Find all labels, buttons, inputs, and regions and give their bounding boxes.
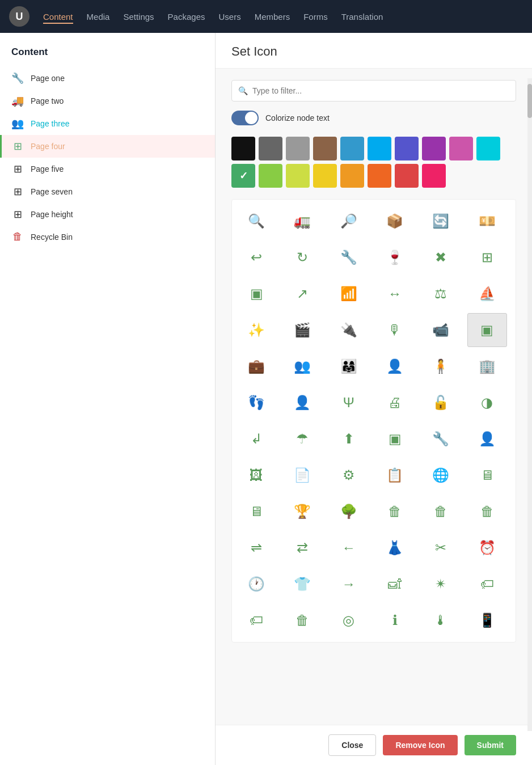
icon-cell[interactable]: ▣ bbox=[375, 422, 415, 456]
color-swatch[interactable] bbox=[449, 137, 473, 160]
icon-cell[interactable]: 👤 bbox=[282, 386, 322, 420]
icon-cell[interactable]: ↔ bbox=[375, 277, 415, 311]
color-swatch[interactable] bbox=[422, 164, 446, 188]
icon-cell[interactable]: ⇄ bbox=[282, 531, 322, 565]
nav-media[interactable]: Media bbox=[87, 10, 110, 24]
icon-cell[interactable]: ◎ bbox=[329, 603, 369, 637]
icon-cell[interactable]: 🏷 bbox=[467, 567, 507, 601]
icon-cell[interactable]: 📋 bbox=[375, 458, 415, 492]
icon-cell[interactable]: 👗 bbox=[375, 531, 415, 565]
color-swatch[interactable] bbox=[313, 137, 337, 160]
icon-cell[interactable]: ⚙ bbox=[329, 458, 369, 492]
filter-input[interactable] bbox=[231, 80, 516, 102]
submit-button[interactable]: Submit bbox=[465, 735, 516, 755]
icon-cell[interactable]: ✖ bbox=[421, 240, 461, 274]
icon-cell[interactable]: 🗑 bbox=[467, 494, 507, 529]
color-swatch[interactable] bbox=[286, 164, 310, 188]
logo[interactable]: U bbox=[9, 6, 29, 27]
scrollbar[interactable] bbox=[527, 78, 532, 731]
sidebar-item-page-height[interactable]: ⊞ Page height bbox=[0, 203, 215, 226]
icon-cell[interactable]: ⇌ bbox=[237, 531, 276, 565]
color-swatch[interactable] bbox=[313, 164, 337, 188]
color-swatch[interactable] bbox=[340, 164, 364, 188]
icon-cell[interactable]: 🖥 bbox=[237, 494, 276, 529]
scroll-thumb[interactable] bbox=[527, 84, 532, 118]
icon-cell[interactable]: 📦 bbox=[375, 204, 415, 238]
icon-cell[interactable]: 🍷 bbox=[375, 240, 415, 274]
icon-cell[interactable]: 🖨 bbox=[375, 386, 415, 420]
icon-cell[interactable]: 🔧 bbox=[421, 422, 461, 456]
icon-cell[interactable]: ✂ bbox=[421, 531, 461, 565]
color-swatch[interactable] bbox=[395, 137, 419, 160]
icon-cell[interactable]: ✨ bbox=[237, 313, 276, 347]
icon-cell[interactable]: 💼 bbox=[237, 349, 276, 383]
icon-cell[interactable]: 🔍 bbox=[237, 204, 276, 238]
icon-cell[interactable]: 👣 bbox=[237, 386, 276, 420]
icon-cell[interactable]: Ψ bbox=[329, 386, 369, 420]
nav-translation[interactable]: Translation bbox=[341, 10, 383, 24]
icon-cell[interactable]: 🌡 bbox=[421, 603, 461, 637]
icon-cell[interactable]: 🔧 bbox=[329, 240, 369, 274]
icon-cell[interactable]: ← bbox=[329, 531, 369, 565]
sidebar-item-page-four[interactable]: ⊞ Page four bbox=[0, 135, 215, 158]
icon-cell[interactable]: ↲ bbox=[237, 422, 276, 456]
icon-cell[interactable]: ⛵ bbox=[467, 277, 507, 311]
color-swatch[interactable] bbox=[422, 137, 446, 160]
icon-cell[interactable]: 🎙 bbox=[375, 313, 415, 347]
nav-content[interactable]: Content bbox=[43, 10, 73, 24]
icon-cell[interactable]: ℹ bbox=[375, 603, 415, 637]
nav-packages[interactable]: Packages bbox=[168, 10, 205, 24]
sidebar-item-recycle-bin[interactable]: 🗑 Recycle Bin bbox=[0, 226, 215, 248]
icon-cell[interactable]: 🖥 bbox=[467, 458, 507, 492]
sidebar-item-page-three[interactable]: 👥 Page three bbox=[0, 112, 215, 135]
color-swatch[interactable] bbox=[368, 164, 391, 188]
color-swatch[interactable] bbox=[231, 137, 255, 160]
icon-cell[interactable]: 🌐 bbox=[421, 458, 461, 492]
icon-cell[interactable]: 🌳 bbox=[329, 494, 369, 529]
icon-cell[interactable]: 🗑 bbox=[282, 603, 322, 637]
sidebar-item-page-one[interactable]: 🔧 Page one bbox=[0, 67, 215, 90]
color-swatch[interactable] bbox=[259, 137, 282, 160]
icon-cell[interactable]: 📹 bbox=[421, 313, 461, 347]
icon-cell[interactable]: 💴 bbox=[467, 204, 507, 238]
icon-cell[interactable]: 👥 bbox=[282, 349, 322, 383]
icon-cell[interactable]: 🔓 bbox=[421, 386, 461, 420]
icon-cell[interactable]: 🗑 bbox=[375, 494, 415, 529]
remove-icon-button[interactable]: Remove Icon bbox=[383, 735, 457, 755]
icon-cell[interactable]: 🎬 bbox=[282, 313, 322, 347]
sidebar-item-page-seven[interactable]: ⊞ Page seven bbox=[0, 180, 215, 203]
icon-cell[interactable]: 🏷 bbox=[237, 603, 276, 637]
icon-cell[interactable]: 🏢 bbox=[467, 349, 507, 383]
icon-cell[interactable]: ✴ bbox=[421, 567, 461, 601]
icon-cell[interactable]: 👤 bbox=[467, 422, 507, 456]
nav-settings[interactable]: Settings bbox=[123, 10, 154, 24]
icon-cell[interactable]: 👨‍👩‍👧 bbox=[329, 349, 369, 383]
icon-cell[interactable]: 🧍 bbox=[421, 349, 461, 383]
icon-cell[interactable]: ↗ bbox=[282, 277, 322, 311]
icon-cell[interactable]: 🕐 bbox=[237, 567, 276, 601]
color-swatch[interactable] bbox=[476, 137, 500, 160]
icon-cell[interactable]: → bbox=[329, 567, 369, 601]
icon-cell[interactable]: ▣ bbox=[467, 313, 507, 347]
icon-cell[interactable]: 🖼 bbox=[237, 458, 276, 492]
color-swatch[interactable] bbox=[286, 137, 310, 160]
icon-cell[interactable]: ↩ bbox=[237, 240, 276, 274]
icon-cell[interactable]: 🔌 bbox=[329, 313, 369, 347]
icon-cell[interactable]: 👕 bbox=[282, 567, 322, 601]
icon-cell[interactable]: 🗑 bbox=[421, 494, 461, 529]
icon-cell[interactable]: 👤 bbox=[375, 349, 415, 383]
color-swatch[interactable] bbox=[259, 164, 282, 188]
nav-members[interactable]: Members bbox=[255, 10, 290, 24]
icon-cell[interactable]: ↻ bbox=[282, 240, 322, 274]
icon-cell[interactable]: ⚖ bbox=[421, 277, 461, 311]
icon-cell[interactable]: ☂ bbox=[282, 422, 322, 456]
icon-cell[interactable]: 🏆 bbox=[282, 494, 322, 529]
icon-cell[interactable]: 🛋 bbox=[375, 567, 415, 601]
icon-cell[interactable]: ⏰ bbox=[467, 531, 507, 565]
icon-cell[interactable]: 📱 bbox=[467, 603, 507, 637]
color-swatch[interactable] bbox=[231, 164, 255, 188]
sidebar-item-page-five[interactable]: ⊞ Page five bbox=[0, 158, 215, 180]
color-swatch[interactable] bbox=[340, 137, 364, 160]
icon-cell[interactable]: ⬆ bbox=[329, 422, 369, 456]
nav-users[interactable]: Users bbox=[218, 10, 240, 24]
